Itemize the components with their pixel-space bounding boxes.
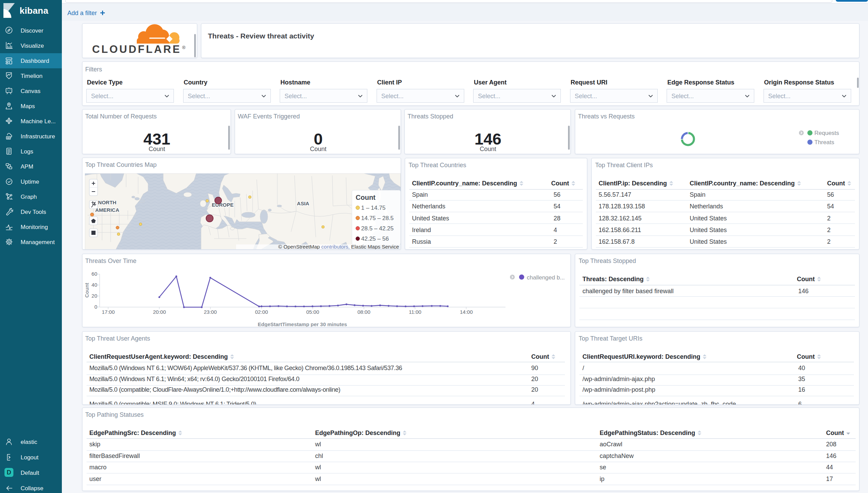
svg-text:Count: Count — [356, 194, 376, 201]
svg-text:© OpenStreetMap contributors,: © OpenStreetMap contributors, Elastic Ma… — [278, 244, 399, 250]
svg-text:14.75 – 28.5: 14.75 – 28.5 — [361, 215, 394, 221]
svg-text:42.25 – 56: 42.25 – 56 — [361, 236, 389, 242]
svg-text:ASIA: ASIA — [297, 200, 309, 206]
svg-text:AMERICA: AMERICA — [95, 207, 119, 213]
svg-text:NORTH: NORTH — [98, 199, 116, 205]
svg-text:EUROPE: EUROPE — [212, 202, 233, 208]
svg-text:1 – 14.75: 1 – 14.75 — [361, 205, 386, 211]
svg-text:28.5 – 42.25: 28.5 – 42.25 — [361, 225, 394, 232]
